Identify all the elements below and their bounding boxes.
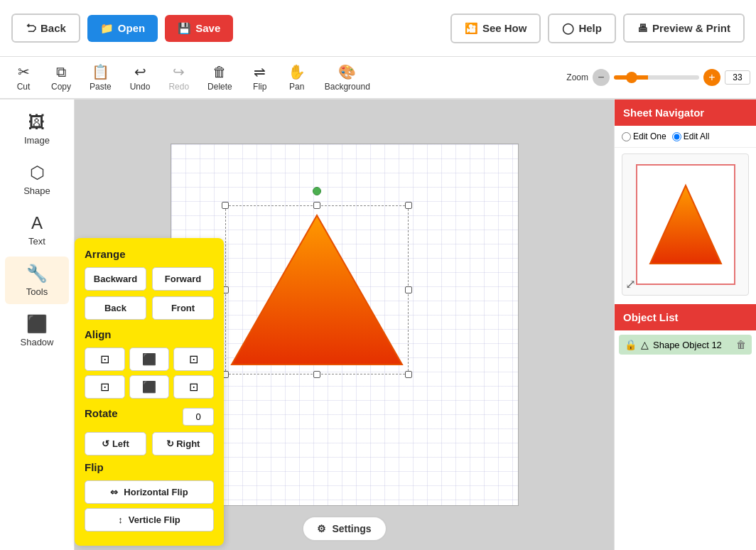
shape-label: Shape: [23, 185, 50, 196]
delete-label: Delete: [207, 82, 232, 92]
copy-tool[interactable]: ⧉ Copy: [43, 61, 80, 95]
align-grid-bottom: ⊡ ⬛ ⊡: [85, 375, 214, 399]
help-icon: ◯: [562, 22, 574, 35]
undo-label: Undo: [130, 82, 151, 92]
zoom-plus-button[interactable]: +: [703, 69, 720, 86]
object-shape-icon: △: [641, 339, 649, 350]
arrange-title: Arrange: [85, 248, 214, 260]
tools-label: Tools: [26, 286, 48, 297]
rotate-input[interactable]: [183, 408, 214, 426]
flip-icon: ⇌: [254, 63, 266, 80]
paste-label: Paste: [90, 82, 112, 92]
align-grid-top: ⊡ ⬛ ⊡: [85, 347, 214, 371]
front-button[interactable]: Front: [152, 296, 214, 320]
handle-bottom-right[interactable]: [405, 371, 412, 378]
edit-one-label: Edit One: [633, 131, 666, 141]
edit-all-radio[interactable]: [672, 132, 681, 141]
flip-label: Flip: [253, 82, 266, 92]
sidebar-item-image[interactable]: 🖼 Image: [5, 105, 69, 153]
edit-one-radio[interactable]: [622, 132, 631, 141]
help-button[interactable]: ◯ Help: [548, 14, 616, 43]
forward-button[interactable]: Forward: [152, 267, 214, 291]
shape-container[interactable]: [228, 208, 406, 372]
handle-mid-right[interactable]: [405, 286, 412, 293]
open-icon: 📁: [100, 22, 114, 35]
delete-tool[interactable]: 🗑 Delete: [199, 61, 241, 95]
paste-tool[interactable]: 📋 Paste: [81, 60, 120, 95]
toolbar: ✂ Cut ⧉ Copy 📋 Paste ↩ Undo ↪ Redo 🗑 Del…: [0, 57, 756, 99]
text-icon: A: [31, 213, 43, 233]
save-label: Save: [195, 22, 220, 34]
verticle-flip-button[interactable]: ↕ Verticle Flip: [85, 508, 214, 532]
object-list-body: 🔒 △ Shape Object 12 🗑: [615, 330, 756, 550]
sheet-nav-controls: Edit One Edit All: [615, 126, 756, 148]
shadow-label: Shadow: [21, 337, 54, 347]
print-label: Preview & Print: [652, 22, 730, 34]
object-list-title: Object List: [623, 311, 679, 323]
settings-button[interactable]: ⚙ Settings: [301, 516, 387, 541]
verticle-flip-icon: ↕: [118, 514, 123, 525]
backward-button[interactable]: Backward: [85, 267, 146, 291]
shape-icon: ⬡: [30, 163, 45, 183]
flip-title: Flip: [85, 461, 214, 473]
settings-label: Settings: [332, 523, 371, 534]
right-panel: Sheet Navigator Edit One Edit All: [614, 99, 756, 550]
background-tool[interactable]: 🎨 Background: [316, 60, 379, 95]
cut-label: Cut: [17, 82, 31, 92]
handle-bottom-center[interactable]: [313, 371, 320, 378]
sidebar-item-tools[interactable]: 🔧 Tools: [5, 257, 69, 304]
align-center-top[interactable]: ⬛: [129, 347, 170, 371]
align-left-top[interactable]: ⊡: [85, 347, 125, 371]
rotate-left-button[interactable]: ↺ Left: [85, 432, 146, 455]
rotation-handle[interactable]: [313, 187, 321, 195]
print-button[interactable]: 🖶 Preview & Print: [623, 14, 745, 43]
pan-label: Pan: [289, 82, 304, 92]
pan-tool[interactable]: ✋ Pan: [279, 60, 315, 95]
undo-tool[interactable]: ↩ Undo: [122, 60, 159, 95]
delete-object-icon[interactable]: 🗑: [736, 339, 746, 350]
rotate-btn-row: ↺ Left ↻ Right: [85, 432, 214, 455]
delete-icon: 🗑: [212, 64, 227, 80]
sheet-preview: ⤢: [622, 153, 749, 296]
open-button[interactable]: 📁 Open: [87, 15, 158, 42]
rotate-right-button[interactable]: ↻ Right: [152, 432, 214, 455]
settings-icon: ⚙: [317, 523, 326, 534]
sidebar-item-shape[interactable]: ⬡ Shape: [5, 156, 69, 203]
sheet-navigator-header: Sheet Navigator: [615, 99, 756, 126]
arrange-row1: Backward Forward: [85, 267, 214, 291]
preview-paper: [636, 164, 735, 285]
back-button[interactable]: ⮌ Back: [11, 14, 80, 43]
zoom-value-input[interactable]: [725, 70, 750, 85]
verticle-flip-label: Verticle Flip: [129, 514, 180, 525]
align-right-top[interactable]: ⊡: [173, 347, 214, 371]
redo-tool[interactable]: ↪ Redo: [160, 60, 198, 95]
cut-icon: ✂: [18, 63, 30, 80]
flip-tool[interactable]: ⇌ Flip: [242, 60, 278, 95]
back-button[interactable]: Back: [85, 296, 146, 320]
align-right-mid[interactable]: ⊡: [173, 375, 214, 399]
handle-top-right[interactable]: [405, 202, 412, 209]
seehow-button[interactable]: 🎦 See How: [450, 14, 541, 43]
save-button[interactable]: 💾 Save: [165, 15, 233, 42]
shadow-icon: ⬛: [26, 314, 48, 334]
sidebar-item-text[interactable]: A Text: [5, 206, 69, 254]
svg-marker-0: [232, 215, 402, 365]
edit-all-radio-label[interactable]: Edit All: [672, 131, 710, 141]
horizontal-flip-button[interactable]: ⇔ Horizontal Flip: [85, 480, 214, 504]
cut-tool[interactable]: ✂ Cut: [6, 60, 41, 95]
expand-icon[interactable]: ⤢: [625, 276, 636, 292]
copy-label: Copy: [51, 82, 71, 92]
pan-icon: ✋: [288, 63, 306, 80]
align-center-mid[interactable]: ⬛: [129, 375, 170, 399]
zoom-slider[interactable]: [614, 75, 699, 80]
sidebar-item-shadow[interactable]: ⬛ Shadow: [5, 307, 69, 355]
lock-icon[interactable]: 🔒: [625, 339, 637, 350]
align-left-mid[interactable]: ⊡: [85, 375, 125, 399]
tools-panel: Arrange Backward Forward Back Front Alig…: [75, 238, 224, 546]
horizontal-flip-icon: ⇔: [110, 487, 118, 497]
object-list-item[interactable]: 🔒 △ Shape Object 12 🗑: [619, 335, 752, 355]
topbar: ⮌ Back 📁 Open 💾 Save 🎦 See How ◯ Help 🖶 …: [0, 0, 756, 57]
preview-triangle: [647, 182, 725, 267]
zoom-minus-button[interactable]: −: [593, 69, 610, 86]
edit-one-radio-label[interactable]: Edit One: [622, 131, 666, 141]
